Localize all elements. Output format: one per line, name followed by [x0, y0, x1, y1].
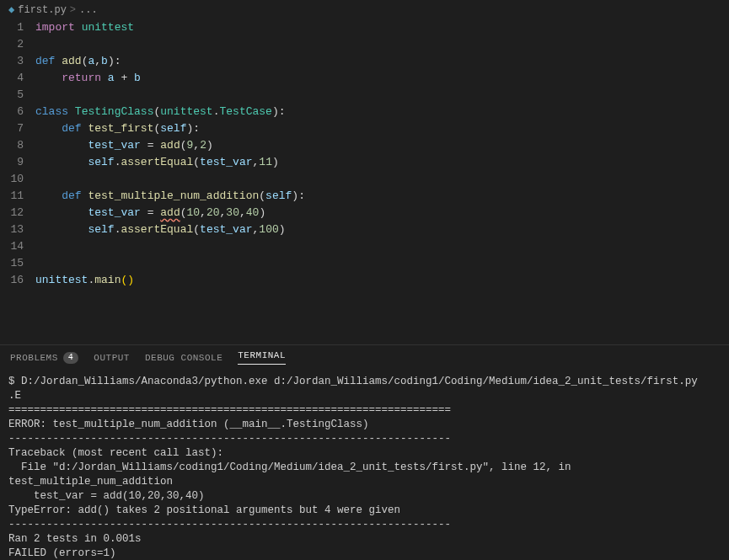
- tab-output[interactable]: OUTPUT: [94, 353, 130, 363]
- terminal-output[interactable]: $ D:/Jordan_Williams/Anaconda3/python.ex…: [0, 370, 729, 560]
- terminal-line: ----------------------------------------…: [8, 518, 721, 532]
- terminal-line: Traceback (most recent call last):: [8, 446, 721, 461]
- code-line[interactable]: self.assertEqual(test_var,11): [35, 154, 729, 171]
- tab-problems-label: PROBLEMS: [10, 353, 58, 363]
- line-number: 9: [2, 154, 24, 171]
- line-number: 7: [2, 120, 24, 137]
- breadcrumb-trail[interactable]: ...: [79, 4, 98, 16]
- terminal-line: Ran 2 tests in 0.001s: [8, 532, 721, 547]
- code-line[interactable]: self.assertEqual(test_var,100): [35, 221, 729, 238]
- terminal-line: TypeError: add() takes 2 positional argu…: [8, 504, 721, 518]
- code-line[interactable]: def test_first(self):: [35, 120, 729, 137]
- bottom-panel: PROBLEMS 4 OUTPUT DEBUG CONSOLE TERMINAL…: [0, 344, 729, 560]
- code-line[interactable]: test_var = add(9,2): [35, 137, 729, 154]
- terminal-line: ERROR: test_multiple_num_addition (__mai…: [8, 418, 721, 432]
- code-line[interactable]: test_var = add(10,20,30,40): [35, 205, 729, 221]
- code-line[interactable]: unittest.main(): [35, 272, 729, 289]
- line-number: 16: [2, 272, 24, 289]
- terminal-line: .E: [8, 389, 721, 403]
- tab-debug-label: DEBUG CONSOLE: [145, 353, 222, 363]
- tab-problems[interactable]: PROBLEMS 4: [10, 352, 78, 364]
- terminal-line: ----------------------------------------…: [8, 432, 721, 446]
- line-number: 8: [2, 137, 24, 154]
- line-number: 10: [2, 171, 24, 188]
- python-file-icon: ◆: [8, 3, 14, 16]
- terminal-line: test_var = add(10,20,30,40): [8, 489, 721, 504]
- line-number: 4: [2, 70, 24, 87]
- terminal-line: FAILED (errors=1): [8, 547, 721, 560]
- problems-count-badge: 4: [63, 352, 79, 364]
- code-line[interactable]: [35, 171, 729, 188]
- code-line[interactable]: [35, 36, 729, 53]
- code-line[interactable]: [35, 87, 729, 104]
- terminal-line: ========================================…: [8, 403, 721, 418]
- line-number: 15: [2, 255, 24, 272]
- line-number: 3: [2, 53, 24, 70]
- breadcrumb-file[interactable]: first.py: [18, 4, 67, 16]
- line-number: 1: [2, 19, 24, 36]
- line-number: 13: [2, 221, 24, 238]
- line-number: 5: [2, 87, 24, 104]
- code-line[interactable]: [35, 255, 729, 272]
- line-number: 2: [2, 36, 24, 53]
- tab-terminal-label: TERMINAL: [238, 350, 286, 360]
- terminal-line: File "d:/Jordan_Williams/coding1/Coding/…: [8, 461, 721, 489]
- editor[interactable]: 12345678910111213141516 import unittestd…: [0, 19, 729, 344]
- tab-terminal[interactable]: TERMINAL: [238, 350, 286, 365]
- line-number: 6: [2, 104, 24, 120]
- line-number: 11: [2, 188, 24, 205]
- line-number: 12: [2, 205, 24, 221]
- tab-debug-console[interactable]: DEBUG CONSOLE: [145, 353, 222, 363]
- code-line[interactable]: class TestingClass(unittest.TestCase):: [35, 104, 729, 120]
- code-line[interactable]: def test_multiple_num_addition(self):: [35, 188, 729, 205]
- line-number-gutter: 12345678910111213141516: [2, 19, 35, 344]
- line-number: 14: [2, 238, 24, 255]
- code-line[interactable]: return a + b: [35, 70, 729, 87]
- tab-output-label: OUTPUT: [94, 353, 130, 363]
- code-area[interactable]: import unittestdef add(a,b): return a + …: [35, 19, 729, 344]
- code-line[interactable]: [35, 238, 729, 255]
- terminal-line: $ D:/Jordan_Williams/Anaconda3/python.ex…: [8, 375, 721, 389]
- breadcrumb: ◆ first.py > ...: [0, 0, 729, 19]
- panel-tabs: PROBLEMS 4 OUTPUT DEBUG CONSOLE TERMINAL: [0, 345, 729, 370]
- code-line[interactable]: def add(a,b):: [35, 53, 729, 70]
- breadcrumb-separator: >: [70, 4, 76, 16]
- code-line[interactable]: import unittest: [35, 19, 729, 36]
